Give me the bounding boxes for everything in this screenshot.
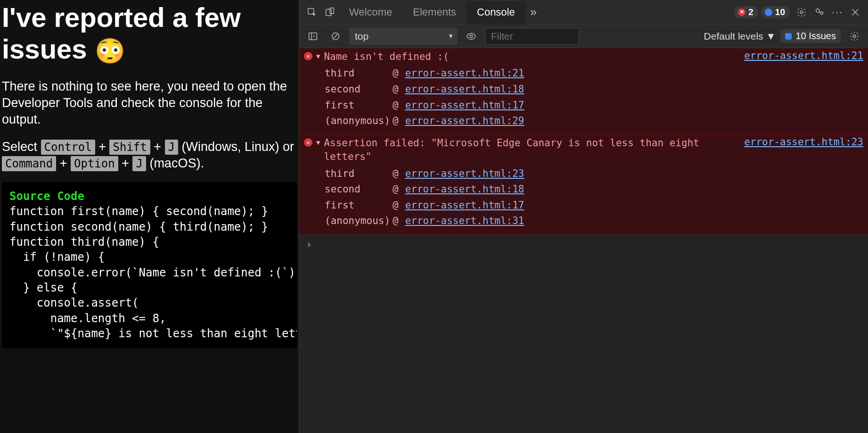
close-icon[interactable]: [846, 3, 864, 21]
stack-source-link[interactable]: error-assert.html:29: [405, 113, 524, 129]
error-icon: ✕: [304, 138, 312, 147]
stack-function: (anonymous): [325, 113, 386, 129]
page-title: I've reported a few issues 😳: [2, 2, 297, 65]
chevron-down-icon: ▼: [766, 31, 776, 42]
svg-point-3: [800, 11, 803, 14]
devtools-pane: Welcome Elements Console » ✕ 2 10 ···: [299, 0, 868, 433]
stack-function: first: [325, 198, 386, 214]
tabs-overflow-icon[interactable]: »: [525, 5, 541, 19]
stack-source-link[interactable]: error-assert.html:21: [405, 66, 524, 82]
log-levels-selector[interactable]: Default levels ▼: [704, 31, 776, 42]
disclosure-triangle-icon[interactable]: ▼: [316, 52, 320, 60]
svg-rect-1: [326, 9, 331, 16]
stack-at: @: [393, 198, 399, 214]
more-icon[interactable]: ···: [828, 3, 846, 21]
code-body: function first(name) { second(name); } f…: [9, 205, 297, 340]
stack-source-link[interactable]: error-assert.html:18: [405, 82, 524, 98]
live-expression-icon[interactable]: [462, 27, 480, 45]
stack-function: third: [325, 166, 386, 182]
error-text: Name isn't defined :(: [324, 50, 740, 64]
stack-source-link[interactable]: error-assert.html:18: [405, 182, 524, 198]
stack-frame: third@ error-assert.html:21: [325, 66, 863, 82]
key-shift: Shift: [109, 140, 150, 155]
stack-source-link[interactable]: error-assert.html:17: [405, 198, 524, 214]
stack-function: second: [325, 82, 386, 98]
svg-rect-6: [309, 33, 317, 40]
stack-at: @: [393, 66, 399, 82]
stack-trace: third@ error-assert.html:23second@ error…: [325, 166, 863, 229]
stack-frame: first@ error-assert.html:17: [325, 98, 863, 114]
console-output: ✕▼Name isn't defined :(error-assert.html…: [299, 48, 868, 433]
stack-function: third: [325, 66, 386, 82]
error-count-badge[interactable]: ✕ 2: [734, 6, 758, 18]
tab-console[interactable]: Console: [467, 0, 525, 25]
device-toolbar-icon[interactable]: [321, 3, 339, 21]
console-error-message: ✕▼Name isn't defined :(error-assert.html…: [299, 48, 868, 134]
shortcut-instructions: Select Control + Shift + J (Windows, Lin…: [2, 139, 297, 172]
issues-button[interactable]: 10 Issues: [780, 29, 841, 43]
issues-icon: [785, 33, 792, 40]
stack-at: @: [393, 213, 399, 229]
toggle-sidebar-icon[interactable]: [304, 27, 322, 45]
clear-console-icon[interactable]: [327, 27, 344, 45]
plus: +: [150, 140, 165, 154]
shortcut-prefix: Select: [2, 140, 41, 154]
filter-input[interactable]: [485, 28, 579, 45]
stack-source-link[interactable]: error-assert.html:31: [405, 213, 524, 229]
key-command: Command: [2, 156, 56, 171]
flushed-emoji-icon: 😳: [95, 37, 125, 64]
error-icon: ✕: [304, 52, 312, 60]
stack-frame: first@ error-assert.html:17: [325, 198, 863, 214]
page-content: I've reported a few issues 😳 There is no…: [0, 0, 299, 348]
svg-point-8: [470, 35, 473, 38]
source-link[interactable]: error-assert.html:23: [744, 136, 863, 148]
stack-at: @: [393, 82, 399, 98]
gear-icon[interactable]: [793, 3, 811, 21]
stack-trace: third@ error-assert.html:21second@ error…: [325, 66, 863, 129]
tab-elements[interactable]: Elements: [402, 0, 467, 25]
page-pane: I've reported a few issues 😳 There is no…: [0, 0, 299, 433]
console-settings-icon[interactable]: [845, 27, 863, 45]
stack-source-link[interactable]: error-assert.html:17: [405, 98, 524, 114]
console-error-message: ✕▼Assertion failed: "Microsoft Edge Cana…: [299, 134, 868, 234]
stack-at: @: [393, 113, 399, 129]
stack-function: second: [325, 182, 386, 198]
svg-point-9: [853, 35, 856, 38]
feedback-icon[interactable]: [811, 3, 828, 21]
info-count-badge[interactable]: 10: [761, 6, 790, 18]
error-dot-icon: ✕: [738, 8, 745, 16]
plus: +: [95, 140, 110, 154]
stack-frame: second@ error-assert.html:18: [325, 182, 863, 198]
levels-label: Default levels: [704, 31, 763, 42]
mac-suffix: (macOS).: [149, 156, 204, 170]
message-header: ✕▼Name isn't defined :(error-assert.html…: [304, 50, 863, 64]
source-code-block: Source Code function first(name) { secon…: [2, 182, 297, 348]
key-j: J: [165, 140, 178, 155]
message-header: ✕▼Assertion failed: "Microsoft Edge Cana…: [304, 136, 863, 164]
context-selector[interactable]: top: [349, 28, 458, 45]
stack-at: @: [393, 166, 399, 182]
inspect-element-icon[interactable]: [303, 3, 321, 21]
tab-welcome[interactable]: Welcome: [339, 0, 402, 25]
info-dot-icon: [765, 8, 772, 16]
context-value: top: [355, 31, 368, 42]
info-count: 10: [775, 7, 785, 17]
source-link[interactable]: error-assert.html:21: [744, 50, 863, 61]
code-title: Source Code: [9, 190, 84, 203]
key-j-mac: J: [132, 156, 146, 171]
stack-function: first: [325, 98, 386, 114]
console-toolbar: top Default levels ▼ 10 Issues: [299, 25, 868, 48]
stack-source-link[interactable]: error-assert.html:23: [405, 166, 524, 182]
disclosure-triangle-icon[interactable]: ▼: [316, 139, 320, 146]
stack-frame: third@ error-assert.html:23: [325, 166, 863, 182]
win-suffix: (Windows, Linux) or: [181, 140, 294, 154]
devtools-tabbar: Welcome Elements Console » ✕ 2 10 ···: [299, 0, 868, 25]
error-text: Assertion failed: "Microsoft Edge Canary…: [324, 136, 740, 164]
console-prompt[interactable]: ›: [299, 234, 868, 254]
page-intro: There is nothing to see here, you need t…: [2, 78, 297, 128]
svg-point-4: [816, 8, 819, 12]
key-option: Option: [71, 156, 118, 171]
svg-rect-2: [330, 8, 334, 13]
plus: +: [56, 156, 71, 170]
key-control: Control: [41, 140, 95, 155]
